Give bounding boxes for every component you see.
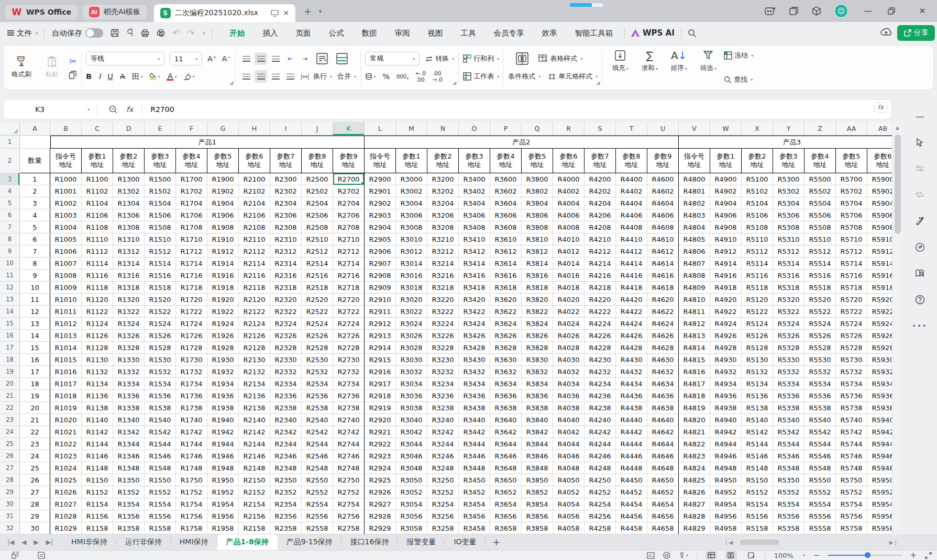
column-header-AB[interactable]: AB — [867, 122, 892, 136]
cell-G26[interactable]: R1946 — [207, 450, 239, 462]
cell-AA6[interactable]: R5706 — [836, 209, 867, 221]
cell-J13[interactable]: R2520 — [302, 294, 333, 306]
hscroll-right-icon[interactable]: ▶ | — [889, 540, 897, 545]
sheet-tab-HMI非保持[interactable]: HMI非保持 — [62, 534, 116, 550]
cell-L17[interactable]: R2914 — [365, 342, 396, 354]
cell-H17[interactable]: R2128 — [239, 342, 270, 354]
cell-R18[interactable]: R4030 — [553, 354, 585, 366]
cell-H18[interactable]: R2130 — [239, 354, 270, 366]
sheet-tab-运行非保持[interactable]: 运行非保持 — [116, 534, 171, 550]
cell-N15[interactable]: R3224 — [427, 318, 459, 330]
cell-R16[interactable]: R4026 — [553, 330, 585, 342]
cell-F15[interactable]: R1724 — [176, 318, 207, 330]
cell-Z16[interactable]: R5526 — [804, 330, 836, 342]
cell-L18[interactable]: R2915 — [365, 354, 396, 366]
cell-D8[interactable]: R1310 — [113, 233, 145, 245]
cell-U32[interactable]: R4658 — [647, 522, 679, 534]
row-header-27[interactable]: 27 — [0, 462, 20, 474]
cell-K27[interactable]: R2748 — [333, 462, 365, 474]
cell-AB8[interactable]: R5910 — [867, 233, 892, 245]
cell-L14[interactable]: R2911 — [365, 306, 396, 318]
row-header-12[interactable]: 12 — [0, 282, 20, 294]
column-header-V[interactable]: V — [679, 122, 710, 136]
cell-B10[interactable]: R1007 — [50, 257, 82, 270]
cell-G17[interactable]: R1928 — [207, 342, 239, 354]
hscroll-left-icon[interactable]: | ◀ — [725, 540, 733, 545]
cell-K10[interactable]: R2714 — [333, 257, 365, 270]
cell-M23[interactable]: R3040 — [396, 414, 427, 426]
cell-F24[interactable]: R1742 — [176, 426, 207, 438]
cell-V12[interactable]: R4809 — [679, 282, 710, 294]
cell-R29[interactable]: R4052 — [553, 486, 585, 498]
cell-A10[interactable]: 8 — [20, 257, 50, 270]
cell-J9[interactable]: R2512 — [302, 245, 333, 257]
cell-H5[interactable]: R2104 — [239, 197, 270, 209]
cell-K20[interactable]: R2734 — [333, 378, 365, 390]
column-header-L[interactable]: L — [365, 122, 396, 136]
sub-header-9[interactable]: 参数8地址 — [302, 149, 333, 173]
cell-O28[interactable]: R3450 — [459, 474, 490, 486]
cell-O16[interactable]: R3426 — [459, 330, 490, 342]
cell-AA14[interactable]: R5722 — [836, 306, 867, 318]
cell-Y18[interactable]: R5330 — [773, 354, 804, 366]
cell-E10[interactable]: R1514 — [145, 257, 176, 270]
cell-T29[interactable]: R4452 — [616, 486, 647, 498]
cell-G13[interactable]: R1920 — [207, 294, 239, 306]
cell-J3[interactable]: R2500 — [302, 173, 333, 185]
cell-W11[interactable]: R4916 — [710, 270, 742, 282]
cell-K11[interactable]: R2716 — [333, 270, 365, 282]
cell-K14[interactable]: R2722 — [333, 306, 365, 318]
cell-V9[interactable]: R4806 — [679, 245, 710, 257]
cell-A19[interactable]: 17 — [20, 366, 50, 378]
cell-I9[interactable]: R2312 — [270, 245, 302, 257]
align-right-icon[interactable] — [269, 70, 282, 83]
tab-list-caret-icon[interactable]: ▾ — [319, 8, 322, 14]
cell-M18[interactable]: R3030 — [396, 354, 427, 366]
cell-C5[interactable]: R1104 — [82, 197, 113, 209]
cell-A6[interactable]: 4 — [20, 209, 50, 221]
cell-L23[interactable]: R2920 — [365, 414, 396, 426]
cell-P19[interactable]: R3632 — [490, 366, 522, 378]
row-header-9[interactable]: 9 — [0, 245, 20, 257]
cell-Y9[interactable]: R5312 — [773, 245, 804, 257]
menu-tab-效率[interactable]: 效率 — [542, 28, 557, 38]
cell-G23[interactable]: R1940 — [207, 414, 239, 426]
cell-B23[interactable]: R1020 — [50, 414, 82, 426]
cell-Q13[interactable]: R3820 — [522, 294, 553, 306]
cell-D17[interactable]: R1328 — [113, 342, 145, 354]
cell-C4[interactable]: R1102 — [82, 185, 113, 197]
cell-S18[interactable]: R4230 — [585, 354, 616, 366]
cell-M22[interactable]: R3038 — [396, 402, 427, 414]
cell-V23[interactable]: R4820 — [679, 414, 710, 426]
cell-S13[interactable]: R4220 — [585, 294, 616, 306]
row-header-4[interactable]: 4 — [0, 185, 20, 197]
cell-R9[interactable]: R4012 — [553, 245, 585, 257]
cell-X23[interactable]: R5140 — [742, 414, 773, 426]
cell-A8[interactable]: 6 — [20, 233, 50, 245]
cell-G30[interactable]: R1954 — [207, 498, 239, 510]
cell-P12[interactable]: R3618 — [490, 282, 522, 294]
cell-T32[interactable]: R4458 — [616, 522, 647, 534]
cell-I26[interactable]: R2346 — [270, 450, 302, 462]
sub-header-25[interactable]: 参数4地址 — [804, 149, 836, 173]
sub-header-18[interactable]: 参数7地址 — [585, 149, 616, 173]
cell-V24[interactable]: R4821 — [679, 426, 710, 438]
cell-K6[interactable]: R2706 — [333, 209, 365, 221]
cell-J27[interactable]: R2548 — [302, 462, 333, 474]
sub-header-14[interactable]: 参数3地址 — [459, 149, 490, 173]
cell-A5[interactable]: 3 — [20, 197, 50, 209]
italic-button[interactable]: I — [98, 72, 101, 81]
cell-Q3[interactable]: R3800 — [522, 173, 553, 185]
cell-L7[interactable]: R2904 — [365, 221, 396, 233]
cell-V14[interactable]: R4811 — [679, 306, 710, 318]
workspace-windows-icon[interactable] — [789, 6, 799, 16]
cell-AA28[interactable]: R5750 — [836, 474, 867, 486]
wps-ai-button[interactable]: WPS AI — [631, 28, 675, 38]
cell-P16[interactable]: R3626 — [490, 330, 522, 342]
cell-M12[interactable]: R3018 — [396, 282, 427, 294]
cell-H29[interactable]: R2152 — [239, 486, 270, 498]
cell-R3[interactable]: R4000 — [553, 173, 585, 185]
cell-T6[interactable]: R4406 — [616, 209, 647, 221]
cell-B32[interactable]: R1029 — [50, 522, 82, 534]
selection-lock-icon[interactable]: ▾ — [679, 552, 688, 559]
